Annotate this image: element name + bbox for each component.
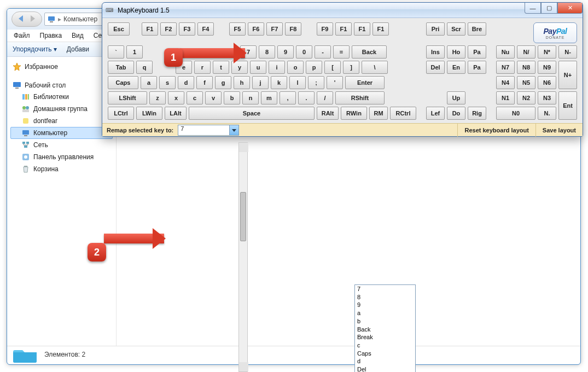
key-f3[interactable]: F3: [179, 22, 195, 36]
menu-item[interactable]: Вид: [72, 32, 84, 39]
key-nummul[interactable]: N*: [538, 45, 556, 59]
key-numadd[interactable]: N+: [558, 61, 577, 89]
minimize-button[interactable]: —: [525, 3, 541, 14]
key-pgdn[interactable]: Pa: [468, 61, 486, 74]
key-s[interactable]: s: [159, 76, 176, 89]
dropdown-option[interactable]: b: [355, 317, 415, 326]
key-v[interactable]: v: [205, 91, 222, 104]
key-a[interactable]: a: [141, 76, 157, 89]
key-right[interactable]: Rig: [468, 107, 486, 120]
remap-dropdown[interactable]: 789abBackBreakcCapsdDelDisabledDowneEndE…: [354, 284, 416, 372]
sidebar-item-homegroup[interactable]: Домашняя группа: [10, 103, 113, 115]
maximize-button[interactable]: ▢: [541, 3, 557, 14]
key-q[interactable]: q: [136, 61, 153, 74]
key-f5[interactable]: F5: [229, 22, 246, 36]
key-end[interactable]: En: [447, 61, 465, 74]
key-minus[interactable]: -: [315, 45, 331, 59]
key-equals[interactable]: =: [333, 45, 350, 59]
dropdown-option[interactable]: d: [355, 357, 415, 365]
key-left[interactable]: Lef: [426, 107, 445, 120]
key-home[interactable]: Ho: [447, 45, 465, 59]
sidebar-desktop[interactable]: Рабочий стол: [10, 80, 113, 91]
key-numenter[interactable]: Ent: [558, 91, 577, 120]
key-lwin[interactable]: LWin: [136, 107, 162, 120]
sidebar-item-user[interactable]: dontfear: [10, 115, 113, 127]
menu-item[interactable]: Правка: [40, 32, 62, 39]
key-semicolon[interactable]: ;: [308, 76, 324, 89]
key-ralt[interactable]: RAlt: [317, 107, 339, 120]
key-num5[interactable]: N5: [517, 76, 535, 89]
key-period[interactable]: .: [298, 91, 315, 104]
key-d[interactable]: d: [178, 76, 194, 89]
key-f12[interactable]: F1: [372, 22, 389, 36]
key-down[interactable]: Do: [447, 107, 465, 120]
key-lalt[interactable]: LAlt: [165, 107, 187, 120]
key-tab[interactable]: Tab: [108, 61, 134, 74]
key-f8[interactable]: F8: [285, 22, 301, 36]
sidebar-item-controlpanel[interactable]: Панель управления: [10, 151, 113, 163]
save-layout-button[interactable]: Save layout: [535, 124, 583, 137]
key-l[interactable]: l: [289, 76, 306, 89]
key-p[interactable]: p: [306, 61, 322, 74]
key-quote[interactable]: ': [327, 76, 343, 89]
key-8[interactable]: 8: [259, 45, 275, 59]
key-ins[interactable]: Ins: [426, 45, 445, 59]
titlebar[interactable]: ⌨ MapKeyboard 1.5 — ▢ ✕: [102, 3, 583, 18]
dropdown-option[interactable]: 9: [355, 301, 415, 309]
dropdown-option[interactable]: c: [355, 341, 415, 350]
key-f10[interactable]: F1: [335, 22, 352, 36]
scroll-up-icon[interactable]: [239, 143, 248, 152]
key-o[interactable]: o: [287, 61, 304, 74]
key-pgup[interactable]: Pa: [468, 45, 486, 59]
dropdown-option[interactable]: Back: [355, 326, 415, 334]
key-0[interactable]: 0: [296, 45, 312, 59]
key-lbracket[interactable]: [: [324, 61, 341, 74]
close-button[interactable]: ✕: [557, 3, 583, 14]
key-comma[interactable]: ,: [280, 91, 296, 104]
nav-back-forward[interactable]: [11, 11, 42, 27]
key-j[interactable]: j: [252, 76, 269, 89]
reset-layout-button[interactable]: Reset keyboard layout: [457, 124, 535, 137]
key-lctrl[interactable]: LCtrl: [108, 107, 134, 120]
key-tilde[interactable]: `: [108, 45, 124, 59]
key-num3[interactable]: N3: [538, 91, 556, 104]
dropdown-option[interactable]: a: [355, 309, 415, 317]
key-9[interactable]: 9: [277, 45, 294, 59]
key-n[interactable]: n: [242, 91, 259, 104]
key-caps[interactable]: Caps: [108, 76, 138, 89]
key-backslash[interactable]: \: [362, 61, 388, 74]
key-f11[interactable]: F1: [354, 22, 370, 36]
key-rwin[interactable]: RWin: [341, 107, 367, 120]
key-num4[interactable]: N4: [496, 76, 515, 89]
dropdown-option[interactable]: 7: [355, 285, 415, 293]
sidebar-item-computer[interactable]: Компьютер: [10, 127, 113, 139]
key-numdec[interactable]: N.: [538, 107, 556, 120]
dropdown-scrollbar[interactable]: [238, 142, 248, 372]
key-rctrl[interactable]: RCtrl: [390, 107, 416, 120]
key-m[interactable]: m: [261, 91, 277, 104]
key-x[interactable]: x: [168, 91, 184, 104]
key-num8[interactable]: N8: [517, 61, 535, 74]
key-rbracket[interactable]: ]: [343, 61, 359, 74]
key-c[interactable]: c: [187, 91, 203, 104]
key-f2[interactable]: F2: [160, 22, 177, 36]
key-h[interactable]: h: [234, 76, 250, 89]
key-r[interactable]: r: [194, 61, 211, 74]
key-g[interactable]: g: [215, 76, 231, 89]
key-1[interactable]: 1: [126, 45, 143, 59]
menu-item[interactable]: Файл: [14, 32, 30, 39]
key-f[interactable]: f: [196, 76, 213, 89]
key-back[interactable]: Back: [352, 45, 387, 59]
toolbar-add[interactable]: Добави: [67, 45, 89, 53]
key-f7[interactable]: F7: [266, 22, 283, 36]
key-f9[interactable]: F9: [317, 22, 333, 36]
dropdown-option[interactable]: Caps: [355, 350, 415, 358]
key-space[interactable]: Space: [189, 107, 315, 120]
key-f4[interactable]: F4: [197, 22, 214, 36]
sidebar-item-libraries[interactable]: Библиотеки: [10, 91, 113, 103]
key-i[interactable]: i: [269, 61, 285, 74]
sidebar-favorites[interactable]: Избранное: [10, 61, 113, 72]
sidebar-item-recycle[interactable]: Корзина: [10, 163, 113, 175]
key-break[interactable]: Bre: [468, 22, 486, 36]
key-num9[interactable]: N9: [538, 61, 556, 74]
